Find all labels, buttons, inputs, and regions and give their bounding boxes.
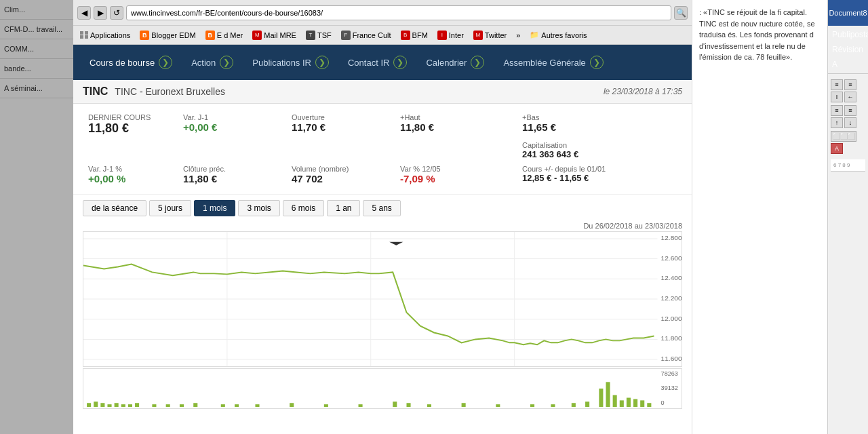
vol-bar: [128, 404, 132, 407]
ribbon-btn-align[interactable]: ⬜⬜⬜: [831, 131, 856, 142]
sidebar-item-1[interactable]: Clim...: [0, 0, 73, 20]
nav-assemblee-label: Assemblée Générale: [503, 58, 585, 68]
bookmark-autres-favoris[interactable]: 📁 Autres favoris: [526, 29, 591, 41]
nav-contact-label: Contact IR: [348, 58, 389, 68]
stock-header: TINC TINC - Euronext Bruxelles le 23/03/…: [73, 80, 692, 104]
ribbon-btn-color[interactable]: A: [831, 143, 843, 154]
cloture-value: 11,80 €: [183, 173, 281, 184]
vol-bar: [585, 401, 589, 407]
capitalisation-label: Capitalisation: [522, 141, 647, 149]
period-5ans[interactable]: 5 ans: [363, 200, 400, 216]
vol-bar: [166, 404, 170, 407]
bookmark-tsf[interactable]: T TSF: [302, 29, 336, 41]
volume-value: 47 702: [292, 173, 389, 184]
search-button[interactable]: 🔍: [674, 6, 688, 20]
word-tab-revision[interactable]: Révision: [829, 43, 866, 56]
var-pct-cell: Var % 12/05 -7,09 %: [395, 162, 517, 187]
ruler-label: 6 7 8 9: [833, 162, 850, 168]
word-tab-publipostage[interactable]: Publipostage: [829, 28, 868, 41]
vol-bar: [627, 398, 631, 408]
y-label-max: 12.800: [661, 234, 682, 241]
ruler: 6 7 8 9: [831, 159, 865, 172]
nav-item-action[interactable]: Action ❯: [182, 50, 243, 75]
vol-bar: [530, 404, 534, 407]
period-1an[interactable]: 1 an: [327, 200, 360, 216]
ribbon-btn-7[interactable]: ↑: [831, 117, 843, 128]
bookmark-inter[interactable]: I Inter: [433, 29, 468, 41]
nav-item-contact-ir[interactable]: Contact IR ❯: [338, 50, 416, 75]
vol-bar: [640, 400, 644, 407]
period-3mois[interactable]: 3 mois: [238, 200, 279, 216]
vol-bar: [290, 403, 294, 407]
vol-bar: [87, 403, 91, 407]
bookmark-blogger-edm[interactable]: B Blogger EDM: [136, 29, 199, 41]
period-6mois[interactable]: 6 mois: [283, 200, 324, 216]
sidebar-item-2[interactable]: CFM-D... travail...: [0, 20, 73, 39]
haut-cell: +Haut 11,80 €: [395, 111, 517, 138]
cours-range-cell: Cours +/- depuis le 01/01 12,85 € - 11,6…: [517, 162, 652, 187]
back-button[interactable]: ◀: [77, 6, 91, 20]
nav-bar: Cours de bourse ❯ Action ❯ Publications …: [73, 45, 692, 80]
period-seance[interactable]: de la séance: [83, 200, 146, 216]
vol-bar: [393, 401, 397, 407]
cours-range-value: 12,85 € - 11,65 €: [522, 173, 647, 183]
period-buttons: de la séance 5 jours 1 mois 3 mois 6 moi…: [73, 195, 692, 222]
vol-bar: [572, 403, 576, 407]
y-label-4: 12.000: [661, 315, 682, 322]
ribbon-btn-8[interactable]: ↓: [844, 117, 856, 128]
address-bar[interactable]: [126, 5, 671, 20]
ribbon-btn-1[interactable]: ≡: [831, 79, 843, 90]
nav-cours-arrow: ❯: [159, 56, 172, 69]
autres-favoris-label: Autres favoris: [541, 31, 587, 39]
bookmark-more[interactable]: »: [512, 30, 524, 41]
vol-bar: [135, 403, 139, 407]
nav-item-calendrier[interactable]: Calendrier ❯: [416, 50, 494, 75]
y-label-1: 12.600: [661, 254, 682, 262]
refresh-button[interactable]: ↺: [110, 6, 123, 20]
ribbon-btn-6[interactable]: ≡: [844, 105, 856, 116]
sidebar-item-4[interactable]: bande...: [0, 59, 73, 79]
ribbon-btn-3[interactable]: I: [831, 92, 843, 102]
vol-bar: [221, 404, 225, 407]
vol-bar: [94, 401, 98, 407]
bookmark-bfm-label: BFM: [412, 31, 428, 39]
nav-item-publications-ir[interactable]: Publications IR ❯: [243, 50, 338, 75]
ribbon-btn-2[interactable]: ≡: [844, 79, 856, 90]
bookmark-mail-label: Mail MRE: [264, 31, 296, 39]
word-tab-a[interactable]: A: [829, 58, 840, 71]
bookmark-edmer[interactable]: B E d Mer: [201, 29, 248, 41]
bookmark-edmer-label: E d Mer: [217, 31, 243, 39]
vol-label-max: 78263: [661, 370, 678, 377]
nav-item-cours-de-bourse[interactable]: Cours de bourse ❯: [80, 50, 182, 75]
sidebar-item-5[interactable]: A séminai...: [0, 79, 73, 98]
bas-label: +Bas: [522, 113, 647, 121]
vol-bar: [193, 403, 197, 407]
stock-date: le 23/03/2018 à 17:35: [604, 87, 682, 96]
vol-label-min: 0: [661, 399, 665, 406]
forward-button[interactable]: ▶: [94, 6, 107, 20]
nav-contact-arrow: ❯: [393, 56, 407, 69]
vol-bar: [255, 404, 259, 407]
bookmark-applications[interactable]: Applications: [76, 30, 134, 41]
bookmark-france-cult-label: France Cult: [353, 31, 391, 39]
bookmark-blogger-label: Blogger EDM: [151, 31, 195, 39]
price-line: [83, 264, 654, 345]
nav-item-assemblee[interactable]: Assemblée Générale ❯: [494, 50, 612, 75]
capitalisation-cell: Capitalisation 241 363 643 €: [517, 138, 652, 162]
ribbon-btn-5[interactable]: ≡: [831, 105, 843, 116]
word-ribbon: ≡ ≡ I ← ≡ ≡ ↑ ↓ ⬜⬜⬜ A 6 7 8 9: [828, 74, 868, 434]
bookmark-mail-mre[interactable]: M Mail MRE: [248, 29, 300, 41]
sidebar-item-3[interactable]: COMM...: [0, 39, 73, 59]
vol-bar: [100, 403, 104, 407]
ribbon-btn-4[interactable]: ←: [844, 92, 856, 102]
bookmark-bfm[interactable]: B BFM: [397, 29, 432, 41]
period-5jours[interactable]: 5 jours: [149, 200, 191, 216]
ouverture-value: 11,70 €: [292, 121, 389, 133]
bookmark-twitter[interactable]: M Twitter: [469, 29, 511, 41]
var-j1-pct-label: Var. J-1 %: [88, 165, 172, 173]
cloture-cell: Clôture préc. 11,80 €: [178, 162, 286, 187]
y-label-3: 12.200: [661, 294, 682, 302]
vol-bar: [613, 395, 617, 407]
period-1mois[interactable]: 1 mois: [194, 200, 235, 216]
bookmark-france-cult[interactable]: F France Cult: [337, 29, 395, 41]
